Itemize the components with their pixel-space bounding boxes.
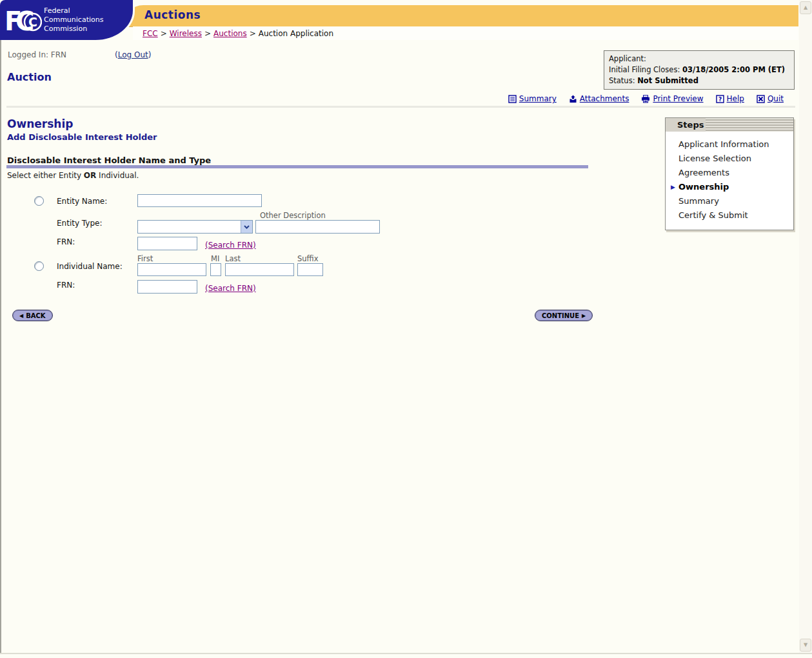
- steps-panel: Steps ▶Applicant Information ▶License Se…: [665, 117, 794, 230]
- entity-search-frn-link[interactable]: (Search FRN): [205, 241, 256, 250]
- fcc-logo-icon: F C C: [5, 7, 42, 34]
- back-arrow-icon: ◀: [19, 313, 23, 319]
- toolbar: Summary Attachments Print Preview ? Help…: [508, 94, 784, 103]
- breadcrumb-link-wireless[interactable]: Wireless: [170, 29, 202, 38]
- individual-frn-input[interactable]: [137, 280, 197, 294]
- breadcrumb-separator: >: [247, 29, 259, 38]
- step-agreements[interactable]: ▶Agreements: [666, 166, 793, 180]
- continue-arrow-icon: ▶: [582, 313, 586, 319]
- entity-frn-input[interactable]: [137, 237, 197, 250]
- chevron-down-icon: [244, 225, 250, 229]
- other-description-input[interactable]: [255, 220, 380, 234]
- summary-link[interactable]: Summary: [508, 94, 557, 103]
- quit-link[interactable]: Quit: [757, 94, 784, 103]
- other-description-label: Other Description: [260, 211, 326, 220]
- logout-paren: ): [148, 50, 152, 59]
- window-left-border: [0, 40, 1, 653]
- fieldset-rule: [6, 165, 588, 168]
- filing-closes-value: 03/18/2005 2:00 PM (ET): [682, 65, 785, 74]
- attachments-link[interactable]: Attachments: [569, 94, 629, 103]
- mi-input[interactable]: [210, 263, 221, 276]
- step-applicant-information[interactable]: ▶Applicant Information: [666, 137, 793, 152]
- print-preview-icon: [641, 95, 650, 103]
- quit-icon: [757, 95, 765, 103]
- step-ownership[interactable]: ▶Ownership: [666, 180, 793, 194]
- back-button[interactable]: ◀ BACK: [12, 310, 53, 321]
- app-title: Auctions: [144, 8, 201, 21]
- page-title: Auction: [7, 71, 52, 83]
- step-summary[interactable]: ▶Summary: [666, 194, 793, 208]
- logout-link[interactable]: Log Out: [118, 50, 148, 59]
- status-value: Not Submitted: [637, 76, 698, 85]
- instruction-text: Select either Entity OR Individual.: [7, 171, 139, 180]
- individual-frn-label: FRN:: [57, 281, 75, 290]
- help-icon: ?: [716, 95, 724, 103]
- entity-type-select[interactable]: [137, 220, 253, 234]
- print-preview-link[interactable]: Print Preview: [641, 94, 703, 103]
- fieldset-title: Disclosable Interest Holder Name and Typ…: [7, 155, 211, 165]
- step-license-selection[interactable]: ▶License Selection: [666, 152, 793, 166]
- applicant-line: Applicant:: [609, 54, 789, 65]
- entity-name-input[interactable]: [137, 194, 262, 207]
- entity-type-label: Entity Type:: [57, 219, 102, 228]
- applicant-info-box: Applicant: Initial Filing Closes: 03/18/…: [604, 50, 795, 90]
- individual-name-label: Individual Name:: [57, 262, 123, 271]
- summary-icon: [508, 95, 517, 103]
- breadcrumb-separator: >: [202, 29, 213, 38]
- page: Auctions F C C Federal Communications Co…: [0, 0, 812, 658]
- svg-text:?: ?: [718, 95, 721, 102]
- first-name-input[interactable]: [137, 263, 206, 276]
- steps-list: ▶Applicant Information ▶License Selectio…: [666, 132, 793, 230]
- window-bottom-border: [0, 653, 812, 654]
- section-subheading: Add Disclosable Interest Holder: [7, 132, 157, 142]
- top-banner: Auctions: [124, 5, 798, 27]
- breadcrumb-separator: >: [158, 29, 170, 38]
- individual-search-frn-link[interactable]: (Search FRN): [205, 284, 256, 293]
- entity-type-dropdown-button[interactable]: [241, 221, 252, 233]
- scrollbar[interactable]: ▲ ▼: [799, 0, 812, 653]
- breadcrumb-bar: FCC>Wireless>Auctions>Auction Applicatio…: [133, 26, 798, 40]
- first-name-label: First: [137, 254, 153, 263]
- breadcrumb-current: Auction Application: [259, 29, 333, 38]
- fcc-agency-name: Federal Communications Commission: [44, 6, 103, 34]
- last-name-input[interactable]: [225, 263, 294, 276]
- breadcrumb-link-auctions[interactable]: Auctions: [213, 29, 247, 38]
- scroll-down-button[interactable]: ▼: [800, 639, 811, 652]
- breadcrumb: FCC>Wireless>Auctions>Auction Applicatio…: [143, 29, 333, 38]
- svg-text:C: C: [28, 15, 37, 29]
- section-heading: Ownership: [7, 117, 73, 130]
- fcc-logo-block: F C C Federal Communications Commission: [0, 0, 133, 40]
- status-line: Status: Not Submitted: [609, 75, 789, 86]
- scroll-up-button[interactable]: ▲: [800, 1, 811, 14]
- entity-name-label: Entity Name:: [57, 197, 107, 206]
- help-link[interactable]: ? Help: [716, 94, 744, 103]
- filing-closes-line: Initial Filing Closes: 03/18/2005 2:00 P…: [609, 65, 789, 75]
- steps-title: Steps: [666, 118, 793, 132]
- step-certify-submit[interactable]: Certify & Submit: [666, 208, 793, 223]
- suffix-label: Suffix: [297, 254, 319, 263]
- mi-label: MI: [211, 254, 219, 263]
- logged-in-label: Logged In: FRN: [8, 50, 66, 59]
- last-name-label: Last: [225, 254, 241, 263]
- breadcrumb-link-fcc[interactable]: FCC: [143, 29, 158, 38]
- header-divider: [6, 106, 795, 108]
- entity-radio[interactable]: [34, 196, 44, 206]
- active-step-arrow-icon: ▶: [671, 180, 675, 194]
- continue-button[interactable]: CONTINUE ▶: [535, 310, 593, 321]
- individual-radio[interactable]: [34, 261, 44, 271]
- suffix-input[interactable]: [297, 263, 323, 276]
- logout-wrapper: (Log Out): [115, 50, 151, 59]
- entity-frn-label: FRN:: [57, 237, 75, 246]
- attachments-icon: [569, 95, 577, 103]
